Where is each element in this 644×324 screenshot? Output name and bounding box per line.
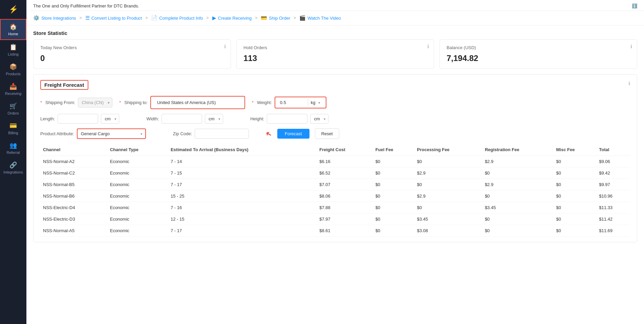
sidebar-label-referral: Referral bbox=[6, 150, 20, 155]
stat-info-icon-1[interactable]: ℹ bbox=[427, 44, 429, 49]
height-unit-select[interactable]: cm bbox=[310, 114, 328, 124]
weight-input-group: kg bbox=[275, 97, 326, 108]
sidebar-item-home[interactable]: 🏠 Home bbox=[0, 19, 26, 40]
freight-forecast-section: Freight Forecast ℹ * Shipping From: Chin… bbox=[33, 74, 637, 242]
step-convert-listing[interactable]: ☰ Convert Listing to Product bbox=[85, 15, 142, 21]
sidebar-item-products[interactable]: 📦 Products bbox=[0, 60, 26, 79]
form-row-2: Length: cm Width: cm Height: cm bbox=[40, 114, 630, 124]
cell-total: $9.06 bbox=[596, 156, 630, 167]
stat-card-balance: Balance (USD) 7,194.82 ℹ bbox=[439, 39, 637, 69]
cell-freight: $6.52 bbox=[317, 167, 372, 179]
step-complete-product-info[interactable]: 📄 Complete Product Info bbox=[151, 15, 203, 21]
stat-info-icon-2[interactable]: ℹ bbox=[630, 44, 632, 49]
cell-total: $9.97 bbox=[596, 179, 630, 190]
forecast-button[interactable]: Forecast bbox=[277, 129, 309, 139]
required-star-weight: * bbox=[252, 100, 254, 105]
cell-processing: $2.9 bbox=[414, 167, 482, 179]
table-row: NSS-Electric-D3 Economic 12 - 15 $7.97 $… bbox=[40, 214, 630, 225]
cell-fuel: $0 bbox=[373, 202, 414, 214]
cell-total: $11.42 bbox=[596, 214, 630, 225]
weight-input[interactable] bbox=[278, 99, 305, 106]
sidebar-item-integrations[interactable]: 🔗 Integrations bbox=[0, 158, 26, 178]
freight-info-icon[interactable]: ℹ bbox=[628, 81, 630, 86]
table-row: NSS-Normal-B5 Economic 7 - 17 $7.07 $0 $… bbox=[40, 179, 630, 190]
cell-fuel: $0 bbox=[373, 179, 414, 190]
step-label-create-receiving: Create Receiving bbox=[218, 16, 252, 21]
sidebar: ⚡ 🏠 Home 📋 Listing 📦 Products 📥 Receivin… bbox=[0, 0, 26, 324]
cell-channel-type: Economic bbox=[107, 167, 168, 179]
required-star-to: * bbox=[119, 100, 121, 105]
stat-label-hold-orders: Hold Orders bbox=[243, 45, 427, 50]
billing-icon: 💳 bbox=[9, 122, 17, 129]
stat-value-hold-orders: 113 bbox=[243, 54, 427, 63]
weight-unit-select-wrapper: kg bbox=[308, 99, 323, 106]
sidebar-item-orders[interactable]: 🛒 Orders bbox=[0, 99, 26, 119]
cell-freight: $7.97 bbox=[317, 214, 372, 225]
store-statistic-title: Store Statistic bbox=[26, 25, 644, 39]
col-header-freight: Freight Cost bbox=[317, 144, 372, 156]
product-attr-select[interactable]: General Cargo bbox=[78, 129, 145, 138]
height-input[interactable] bbox=[267, 114, 307, 124]
table-row: NSS-Normal-C2 Economic 7 - 15 $6.52 $0 $… bbox=[40, 167, 630, 179]
shipping-to-select[interactable]: United States of America (US) bbox=[154, 98, 242, 107]
sidebar-item-referral[interactable]: 👥 Referral bbox=[0, 138, 26, 158]
cell-misc: $0 bbox=[554, 225, 597, 237]
cell-registration: $2.9 bbox=[482, 156, 554, 167]
form-group-length: Length: cm bbox=[40, 114, 119, 124]
watch-video-icon: 🎬 bbox=[299, 15, 306, 21]
cell-registration: $2.9 bbox=[482, 179, 554, 190]
cell-processing: $0 bbox=[414, 179, 482, 190]
step-create-receiving[interactable]: ▶ Create Receiving bbox=[212, 15, 252, 21]
ship-order-icon: 💳 bbox=[261, 15, 267, 21]
height-label: Height: bbox=[250, 116, 264, 121]
width-unit-select[interactable]: cm bbox=[205, 114, 223, 124]
cell-fuel: $0 bbox=[373, 167, 414, 179]
length-input[interactable] bbox=[58, 114, 98, 124]
freight-forecast-title: Freight Forecast bbox=[40, 80, 88, 90]
step-ship-order[interactable]: 💳 Ship Order bbox=[261, 15, 290, 21]
cell-misc: $0 bbox=[554, 190, 597, 202]
cell-registration: $3.45 bbox=[482, 202, 554, 214]
length-unit-select[interactable]: cm bbox=[101, 114, 119, 124]
stat-info-icon-0[interactable]: ℹ bbox=[224, 44, 226, 49]
col-header-misc: Misc Fee bbox=[554, 144, 597, 156]
step-store-integrations[interactable]: ⚙️ Store Integrations bbox=[33, 15, 76, 21]
weight-unit-select[interactable]: kg bbox=[308, 99, 323, 106]
width-input[interactable] bbox=[162, 114, 202, 124]
col-header-processing: Processing Fee bbox=[414, 144, 482, 156]
cell-total: $11.69 bbox=[596, 225, 630, 237]
zip-code-input[interactable] bbox=[195, 129, 249, 139]
cell-fuel: $0 bbox=[373, 156, 414, 167]
cell-channel-type: Economic bbox=[107, 202, 168, 214]
table-row: NSS-Normal-A5 Economic 7 - 17 $8.61 $0 $… bbox=[40, 225, 630, 237]
cell-eta: 15 - 25 bbox=[168, 190, 317, 202]
step-watch-video[interactable]: 🎬 Watch The Video bbox=[299, 15, 341, 21]
stat-cards: Today New Orders 0 ℹ Hold Orders 113 ℹ B… bbox=[26, 39, 644, 74]
cell-channel: NSS-Normal-A2 bbox=[40, 156, 107, 167]
sidebar-item-listing[interactable]: 📋 Listing bbox=[0, 40, 26, 60]
cell-channel-type: Economic bbox=[107, 190, 168, 202]
step-sep-3: > bbox=[207, 16, 209, 20]
products-icon: 📦 bbox=[9, 63, 17, 70]
step-label-watch-video: Watch The Video bbox=[307, 16, 341, 21]
cell-channel: NSS-Normal-C2 bbox=[40, 167, 107, 179]
cell-fuel: $0 bbox=[373, 190, 414, 202]
sidebar-item-billing[interactable]: 💳 Billing bbox=[0, 119, 26, 138]
table-header: Channel Channel Type Estimated To Arriva… bbox=[40, 144, 630, 156]
step-label-complete-product-info: Complete Product Info bbox=[159, 16, 203, 21]
cell-processing: $0 bbox=[414, 156, 482, 167]
home-icon: 🏠 bbox=[9, 23, 17, 31]
cell-misc: $0 bbox=[554, 167, 597, 179]
forecast-table: Channel Channel Type Estimated To Arriva… bbox=[40, 144, 630, 237]
reset-button[interactable]: Reset bbox=[315, 128, 339, 139]
shipping-from-select[interactable]: China (CN) bbox=[78, 98, 112, 107]
cell-eta: 7 - 17 bbox=[168, 179, 317, 190]
step-sep-2: > bbox=[145, 16, 148, 20]
cell-eta: 7 - 16 bbox=[168, 202, 317, 214]
orders-icon: 🛒 bbox=[9, 102, 17, 110]
stat-label-today-orders: Today New Orders bbox=[40, 45, 224, 50]
cell-eta: 7 - 15 bbox=[168, 167, 317, 179]
sidebar-item-receiving[interactable]: 📥 Receiving bbox=[0, 79, 26, 99]
form-group-buttons: ➜ Forecast Reset bbox=[266, 128, 339, 139]
help-icon[interactable]: ℹ️ bbox=[632, 3, 637, 8]
